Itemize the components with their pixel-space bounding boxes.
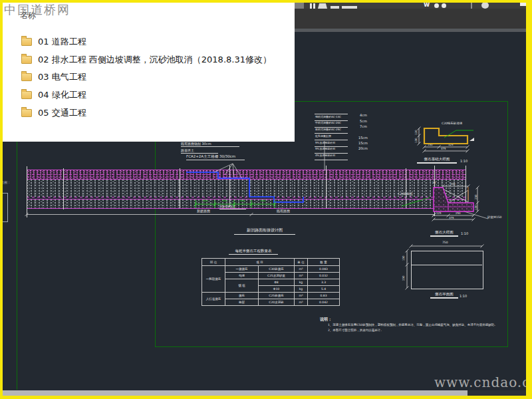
table-cell: 一般段侧石 [202, 266, 225, 293]
table-cell: 5.4 [308, 286, 340, 293]
table-cell: m³ [295, 273, 308, 279]
toolbar-divider [471, 3, 472, 9]
toolbar-icon-fragment[interactable] [331, 6, 339, 9]
milling-label: 既有路面铣刨 30cm [181, 142, 239, 147]
pavement-line [27, 170, 466, 170]
pavement-layer-list: 细粒式沥青砼AC-13C 中粒式沥青砼AC-20C 粗粒式沥青砼AC-25C 乳… [315, 114, 348, 160]
extension-line [180, 168, 180, 208]
leader-label: 砂浆M150 [487, 216, 501, 219]
table-cell: kg [295, 286, 308, 293]
list-item[interactable]: 05 交通工程 [21, 107, 86, 119]
layer-thickness: 5cm [360, 120, 367, 123]
screenshot-border [0, 0, 3, 399]
layer-row: 5%水泥稳定碎石 [315, 147, 348, 154]
folder-icon [21, 73, 32, 81]
table-cell: 3.3 [308, 279, 340, 286]
table-cell: 0.83 [308, 293, 340, 299]
dim-value: 750 [442, 241, 448, 245]
table-cell: m³ [295, 293, 308, 299]
dim-value: 250 [456, 212, 461, 215]
span-label: 新建路面 [197, 209, 210, 213]
extension-line [406, 168, 406, 208]
layer-row: 4%水泥稳定碎石 [315, 154, 348, 160]
toolbar-icon-fragment[interactable] [318, 3, 327, 9]
detail-title: 侧石大样图 [430, 230, 458, 237]
list-item[interactable]: 02 排水工程 西侧边坡调整，沉砂池取消（2018.8.31修改） [21, 54, 271, 66]
list-item-label: 01 道路工程 [38, 36, 86, 48]
list-item[interactable]: 03 电气工程 [21, 71, 86, 83]
dim-value: 130 [415, 138, 418, 143]
toolbar-icon-fragment[interactable] [481, 2, 489, 9]
dim-value: 500 [203, 200, 208, 202]
list-item[interactable]: 04 绿化工程 [21, 89, 86, 101]
dim-value: 500 [222, 200, 227, 202]
detail-title: 侧石平面图 [430, 292, 458, 299]
layer-row: 5%水泥稳定碎石 [315, 140, 348, 147]
table-cell: 勾缝 [225, 273, 259, 279]
dim-value: 250 [402, 275, 405, 281]
table-cell: 数 量 [308, 259, 340, 266]
dim-value: 120 [415, 130, 418, 135]
section-title: 新旧路面衔接设计图 [234, 227, 295, 235]
layer-thickness: 15cm [358, 136, 368, 140]
left-edge-box [2, 193, 8, 222]
table-cell: m³ [295, 266, 308, 273]
table-title: 每延米侧石工程数量表 [229, 249, 278, 255]
table-cell: 0.032 [308, 273, 340, 279]
folder-icon [21, 109, 32, 117]
toolbar-icon-fragment[interactable] [313, 3, 315, 9]
note-line: 2、本图尺寸除注明外，其余均以毫米计。 [328, 329, 384, 332]
screenshot-border [0, 396, 532, 399]
pavement-line [27, 177, 466, 178]
layer-thickness: 4cm [360, 114, 367, 117]
pavement-line [27, 208, 466, 209]
table-cell: 项 目 [225, 259, 295, 266]
list-item[interactable]: 01 道路工程 [21, 36, 86, 48]
dim-value: 130 [475, 205, 477, 210]
quantity-table: 部 位 项 目 单 位 数 量 一般段侧石 一侧侧石 C30砼侧石 m³ 0.0… [201, 258, 340, 306]
detail-scale: 1:10 [460, 295, 467, 298]
watermark-site-url: www.cndao.com [434, 374, 532, 390]
dim-value: 540 [261, 200, 266, 202]
notes-heading: 说明： [320, 317, 332, 321]
toolbar-icon-fragment[interactable] [442, 3, 446, 8]
pavement-line [27, 197, 466, 198]
dim-value: 250 [475, 194, 477, 200]
table-cell: C30砼侧石 [259, 266, 295, 273]
toolbar-icon-fragment[interactable] [434, 3, 439, 8]
extension-line [326, 166, 327, 208]
table-cell: 部 位 [202, 259, 225, 266]
geogrid-label: FCA2+2A土工格栅 30/30cm [186, 155, 245, 160]
pavement-line [27, 199, 466, 200]
list-item-label: 05 交通工程 [38, 107, 86, 119]
detail-scale: 1:10 [460, 160, 467, 163]
plan-divider-line [411, 265, 482, 265]
dim-value: 500 [240, 200, 245, 202]
layer-row: 粗粒式沥青砼AC-25C [315, 128, 348, 134]
extension-line [63, 168, 64, 209]
watermark-site-name: 中国道桥网 [4, 2, 70, 18]
file-list-popup: 名称 01 道路工程 02 排水工程 西侧边坡调整，沉砂池取消（2018.8.3… [3, 3, 295, 142]
list-item-label: 04 绿化工程 [38, 89, 86, 101]
pavement-line [27, 174, 466, 175]
screenshot-border [0, 0, 532, 3]
toolbar-icon-fragment[interactable] [342, 6, 357, 9]
table-cell: 0.042 [308, 299, 340, 306]
extension-line [434, 166, 435, 216]
dim-value: 25 [432, 182, 436, 184]
dim-value: 150 [428, 144, 433, 146]
detail-title: 侧石基础大样图 [417, 157, 457, 164]
table-cell: 一侧侧石 [225, 266, 259, 273]
table-cell: 钢 筋 [225, 279, 259, 293]
extension-line [466, 166, 466, 209]
toolbar-icon-fragment[interactable] [310, 3, 312, 9]
table-cell: 垫层 [225, 299, 259, 306]
layer-thickness: 7cm [360, 125, 367, 128]
horizontal-scrollbar-thumb[interactable] [3, 390, 467, 396]
table-cell: 0.083 [308, 266, 340, 273]
table-cell: kg [295, 279, 308, 286]
dim-value: 150 [402, 255, 405, 261]
layer-row: 细粒式沥青砼AC-13C [315, 114, 348, 121]
table-row: 一般段侧石 一侧侧石 C30砼侧石 m³ 0.083 [202, 266, 340, 273]
list-item-label: 03 电气工程 [38, 71, 86, 83]
